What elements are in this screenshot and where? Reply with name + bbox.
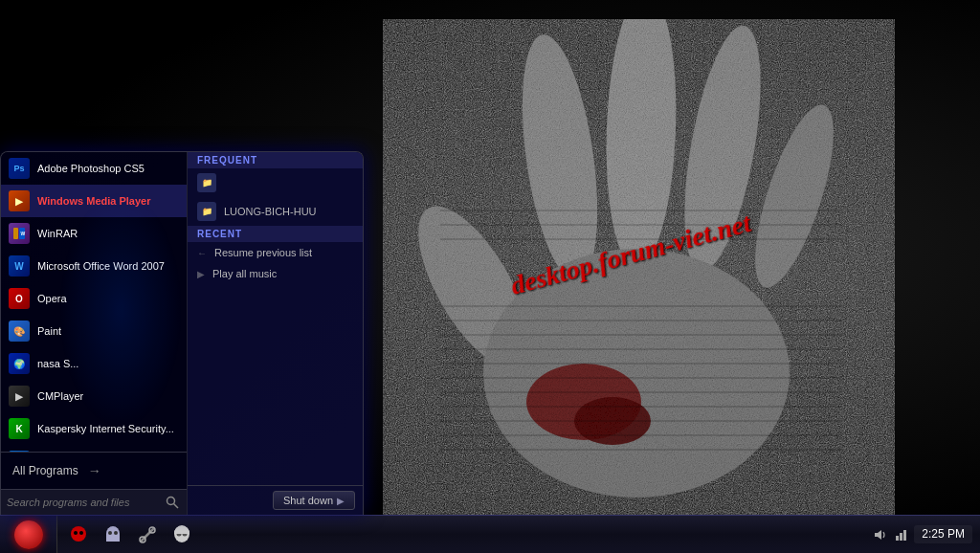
- volume-icon: [872, 527, 887, 542]
- shutdown-button[interactable]: Shut down ▶: [273, 491, 355, 510]
- search-button[interactable]: [164, 494, 181, 511]
- app-wmp[interactable]: ▶ Windows Media Player: [1, 185, 187, 217]
- start-left-bottom: All Programs →: [1, 452, 187, 489]
- cmplayer-label: CMPlayer: [37, 390, 83, 402]
- luong-icon: 📁: [197, 202, 216, 221]
- app-cmplayer[interactable]: ▶ CMPlayer: [1, 380, 187, 412]
- play-icon: ▶: [197, 269, 205, 279]
- svg-text:W: W: [21, 231, 26, 236]
- taskbar-icon-ghost[interactable]: [98, 520, 128, 550]
- start-orb: [14, 520, 43, 549]
- svg-line-38: [142, 529, 153, 541]
- start-button[interactable]: [0, 516, 57, 554]
- svg-point-31: [79, 531, 83, 535]
- recent-label: recent: [188, 226, 363, 242]
- svg-point-37: [114, 531, 118, 535]
- shutdown-row: Shut down ▶: [188, 485, 363, 515]
- svg-rect-47: [900, 533, 902, 541]
- winrar-label: WinRAR: [37, 228, 78, 239]
- start-menu-left: Ps Adobe Photoshop CS5 ▶ Windows Media P…: [1, 152, 188, 515]
- wmp-label: Windows Media Player: [37, 195, 151, 207]
- svg-rect-33: [78, 538, 80, 541]
- taskbar-icons: [57, 520, 872, 550]
- resume-arrow-icon: ←: [197, 248, 207, 258]
- kaspersky-icon: K: [9, 418, 30, 439]
- luong-label: LUONG-BICH-HUU: [224, 206, 317, 217]
- svg-rect-22: [13, 228, 18, 239]
- word-label: Microsoft Office Word 2007: [37, 260, 165, 272]
- taskbar-icon-skull2[interactable]: [167, 520, 197, 550]
- all-programs-label: All Programs: [12, 464, 78, 477]
- svg-point-30: [74, 531, 78, 535]
- nasa-icon: 🌍: [9, 353, 30, 374]
- all-programs-arrow-icon: →: [88, 463, 101, 478]
- photoshop-label: Adobe Photoshop CS5: [37, 163, 145, 174]
- app-nasa[interactable]: 🌍 nasa S...: [1, 347, 187, 380]
- svg-point-1: [509, 30, 611, 285]
- taskbar: 2:25 PM: [0, 515, 980, 553]
- svg-rect-48: [903, 530, 906, 541]
- app-winrar[interactable]: W WinRAR: [1, 217, 187, 250]
- app-kaspersky[interactable]: K Kaspersky Internet Security...: [1, 412, 187, 445]
- taskbar-icon-skull[interactable]: [63, 520, 94, 550]
- search-bar: [1, 489, 187, 515]
- svg-line-28: [174, 504, 179, 509]
- right-item-luong[interactable]: 📁 LUONG-BICH-HUU: [188, 197, 363, 226]
- frequent-label: frequent: [188, 152, 363, 168]
- playall-label: Play all music: [212, 268, 277, 279]
- kaspersky-label: Kaspersky Internet Security...: [37, 423, 174, 434]
- opera-label: Opera: [37, 293, 67, 304]
- start-menu-right: frequent 📁 📁 LUONG-BICH-HUU recent ← Res…: [188, 152, 363, 515]
- paint-label: Paint: [37, 325, 61, 337]
- clock-time: 2:25 PM: [922, 527, 965, 542]
- start-menu: Ps Adobe Photoshop CS5 ▶ Windows Media P…: [0, 151, 364, 515]
- system-clock: 2:25 PM: [914, 525, 972, 544]
- svg-point-27: [167, 498, 175, 505]
- right-item-resume[interactable]: ← Resume previous list: [188, 242, 363, 263]
- svg-rect-44: [178, 539, 181, 542]
- svg-rect-32: [76, 538, 78, 541]
- app-word[interactable]: W Microsoft Office Word 2007: [1, 250, 187, 282]
- svg-point-2: [602, 19, 680, 269]
- network-icon: [893, 527, 908, 542]
- nasa-label: nasa S...: [37, 358, 78, 369]
- hand-image: [383, 19, 938, 517]
- taskbar-icon-tools[interactable]: [132, 520, 163, 550]
- paint-icon: 🎨: [9, 321, 30, 342]
- svg-point-5: [483, 249, 790, 498]
- svg-rect-46: [896, 536, 899, 541]
- app-photoshop[interactable]: Ps Adobe Photoshop CS5: [1, 152, 187, 185]
- right-item-folder1[interactable]: 📁: [188, 168, 363, 197]
- app-paint[interactable]: 🎨 Paint: [1, 315, 187, 347]
- shutdown-label: Shut down: [283, 495, 333, 506]
- svg-point-36: [108, 531, 112, 535]
- search-input[interactable]: [7, 497, 160, 508]
- word-icon: W: [9, 255, 30, 276]
- right-item-playall[interactable]: ▶ Play all music: [188, 263, 363, 284]
- folder1-icon: 📁: [197, 173, 216, 192]
- svg-rect-45: [182, 539, 185, 542]
- app-ulead[interactable]: U Ulead VideoStudio 9: [1, 445, 187, 452]
- winrar-icon: W: [9, 223, 30, 244]
- app-list: Ps Adobe Photoshop CS5 ▶ Windows Media P…: [1, 152, 187, 452]
- resume-label: Resume previous list: [214, 247, 312, 258]
- taskbar-right: 2:25 PM: [872, 525, 980, 544]
- cmplayer-icon: ▶: [9, 386, 30, 407]
- shutdown-arrow-icon: ▶: [337, 496, 345, 506]
- all-programs-row[interactable]: All Programs →: [5, 458, 183, 483]
- wmp-icon: ▶: [9, 190, 30, 211]
- opera-icon: O: [9, 288, 30, 309]
- photoshop-icon: Ps: [9, 158, 30, 179]
- app-opera[interactable]: O Opera: [1, 282, 187, 315]
